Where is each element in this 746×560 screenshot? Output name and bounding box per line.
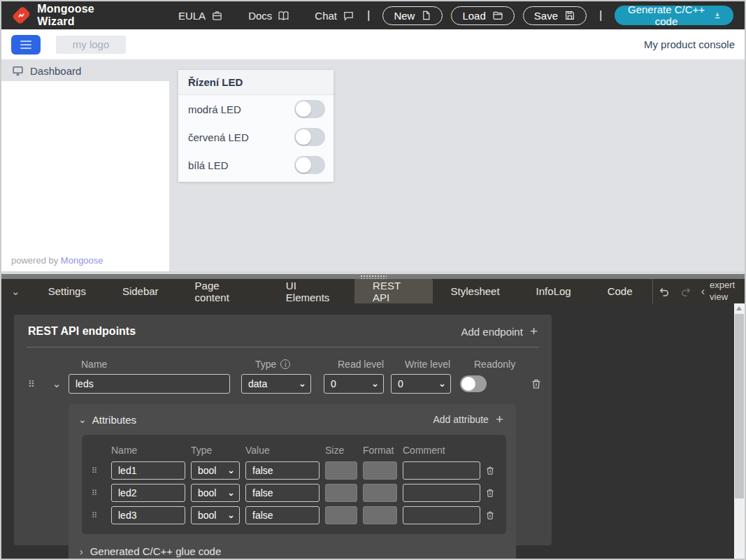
attributes-collapse[interactable]: ⌄ Attributes <box>78 414 136 426</box>
col-format: Format <box>363 445 403 456</box>
scrollbar-thumb[interactable] <box>735 314 744 498</box>
endpoint-collapse-chevron-down-icon[interactable]: ⌄ <box>45 378 69 390</box>
col-type: Type <box>191 445 245 456</box>
attr-name-input[interactable] <box>111 461 185 480</box>
attr-value-input[interactable] <box>245 506 320 524</box>
expert-view-toggle[interactable]: expert view <box>710 279 745 303</box>
glue-code-expander[interactable]: › Generated C/C++ glue code <box>69 543 516 559</box>
attr-size-input <box>325 506 357 524</box>
docs-link[interactable]: Docs <box>248 10 289 22</box>
expert-view-chevron-left-icon[interactable]: ‹ <box>696 279 710 303</box>
folder-icon <box>492 10 503 21</box>
toolbar-separator: | <box>599 8 602 22</box>
collapse-panel-chevron-down-icon[interactable]: ⌄ <box>1 279 30 303</box>
name-column-label: Name <box>81 359 255 370</box>
attribute-row: ⠿ bool <box>92 506 496 524</box>
drag-handle-icon[interactable]: ⠿ <box>92 489 111 498</box>
delete-attribute-button[interactable] <box>485 465 495 476</box>
chat-link[interactable]: Chat <box>315 10 354 22</box>
splitter-drag-bar[interactable] <box>1 274 745 279</box>
hamburger-menu-button[interactable] <box>11 35 41 55</box>
chevron-down-icon: ⌄ <box>78 414 87 425</box>
tab-code[interactable]: Code <box>589 279 651 303</box>
docs-label: Docs <box>248 10 272 22</box>
attribute-row: ⠿ bool <box>92 484 496 502</box>
logo-placeholder[interactable]: my logo <box>56 36 126 54</box>
brand-bar: my logo My product console <box>1 29 745 60</box>
chat-label: Chat <box>315 10 337 22</box>
powered-brand-link[interactable]: Mongoose <box>61 255 103 266</box>
file-button-group: New Load Save <box>382 6 587 25</box>
vertical-scrollbar[interactable] <box>734 303 745 559</box>
delete-attribute-button[interactable] <box>485 510 495 521</box>
col-comment: Comment <box>403 445 445 456</box>
generate-code-button[interactable]: Generate C/C++ code <box>615 6 733 25</box>
tab-ui-elements[interactable]: UI Elements <box>268 279 354 303</box>
rest-panel-header: REST API endpoints Add endpoint + <box>14 315 552 347</box>
attribute-column-headers: Name Type Value Size Format Comment <box>111 445 496 456</box>
attr-name-input[interactable] <box>111 506 185 524</box>
readonly-column-label: Readonly <box>474 359 515 370</box>
new-button[interactable]: New <box>382 6 443 25</box>
attributes-title: Attributes <box>92 414 136 426</box>
read-level-column-label: Read level <box>338 359 405 370</box>
attr-value-input[interactable] <box>245 461 320 480</box>
file-icon <box>421 10 431 21</box>
attributes-table: Name Type Value Size Format Comment ⠿ bo… <box>82 435 506 534</box>
led-control-card: Řízení LED modrá LED červená LED bílá LE… <box>178 70 333 182</box>
led-toggle-label: modrá LED <box>188 103 241 115</box>
tab-rest-api[interactable]: REST API <box>354 279 433 303</box>
panel-divider <box>27 347 539 347</box>
save-label: Save <box>534 10 558 22</box>
sidebar-item-dashboard[interactable]: Dashboard <box>1 60 169 81</box>
scroll-up-arrow-icon[interactable] <box>736 306 742 310</box>
tab-stylesheet[interactable]: Stylesheet <box>433 279 518 303</box>
read-level-select[interactable]: 0 <box>324 374 384 394</box>
attr-type-select[interactable]: bool <box>191 461 240 480</box>
col-name: Name <box>111 445 191 456</box>
plus-icon: + <box>530 324 538 339</box>
endpoint-type-select[interactable]: data <box>241 374 311 394</box>
drag-handle-icon[interactable]: ⠿ <box>28 379 45 389</box>
tab-sidebar[interactable]: Sidebar <box>104 279 177 303</box>
trash-icon <box>485 510 495 521</box>
info-icon[interactable]: i <box>280 359 290 369</box>
powered-by: powered by Mongoose <box>11 255 103 266</box>
led-toggle-red[interactable] <box>294 128 325 146</box>
redo-button[interactable] <box>675 279 696 303</box>
load-button[interactable]: Load <box>451 6 514 25</box>
attr-type-select[interactable]: bool <box>191 506 240 524</box>
endpoint-field-labels: Name Type i Read level Write level Reado… <box>81 359 552 370</box>
drag-handle-icon[interactable]: ⠿ <box>92 511 111 520</box>
floppy-icon <box>564 10 575 21</box>
eula-link[interactable]: EULA <box>178 10 223 22</box>
add-endpoint-button[interactable]: Add endpoint + <box>461 324 538 339</box>
attr-value-input[interactable] <box>245 484 320 502</box>
delete-endpoint-button[interactable] <box>531 378 542 390</box>
write-level-select[interactable]: 0 <box>391 374 451 394</box>
led-toggle-white[interactable] <box>294 156 325 174</box>
rest-api-endpoints-panel: REST API endpoints Add endpoint + Name T… <box>14 315 552 545</box>
attr-type-select[interactable]: bool <box>191 484 240 502</box>
attr-comment-input[interactable] <box>403 484 480 502</box>
chevron-right-icon: › <box>80 546 83 557</box>
attr-comment-input[interactable] <box>403 506 480 524</box>
attributes-header: ⌄ Attributes Add attribute + <box>69 404 516 433</box>
save-button[interactable]: Save <box>523 6 587 25</box>
attr-comment-input[interactable] <box>403 461 480 480</box>
delete-attribute-button[interactable] <box>485 487 495 498</box>
type-column-label: Type i <box>255 359 338 370</box>
readonly-toggle[interactable] <box>460 375 487 392</box>
add-attribute-button[interactable]: Add attribute + <box>433 412 504 427</box>
endpoint-name-input[interactable] <box>69 374 230 394</box>
tab-page-content[interactable]: Page content <box>177 279 268 303</box>
trash-icon <box>485 487 495 498</box>
undo-button[interactable] <box>654 279 675 303</box>
tab-settings[interactable]: Settings <box>30 279 104 303</box>
tab-infolog[interactable]: InfoLog <box>518 279 589 303</box>
load-label: Load <box>462 10 485 22</box>
drag-handle-icon[interactable]: ⠿ <box>92 466 111 475</box>
attr-name-input[interactable] <box>111 484 185 502</box>
led-toggle-blue[interactable] <box>294 100 325 118</box>
console-title: My product console <box>644 38 735 50</box>
